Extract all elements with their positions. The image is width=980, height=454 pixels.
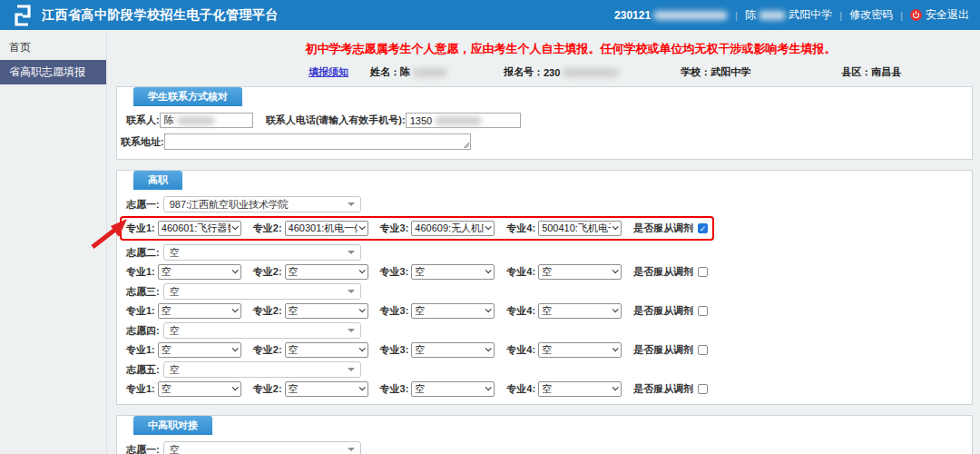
chevron-down-icon	[612, 267, 619, 273]
chevron-down-icon	[612, 223, 619, 230]
v2-major4-select[interactable]: 空	[538, 264, 622, 280]
v4-major4-select[interactable]: 空	[538, 342, 622, 358]
chevron-down-icon	[348, 251, 355, 254]
v4-major3-select[interactable]: 空	[411, 342, 495, 358]
chevron-down-icon	[485, 267, 492, 273]
v5-major1-select[interactable]: 空	[158, 381, 241, 397]
chevron-down-icon	[358, 306, 365, 312]
obey-adjust-label: 是否服从调剂	[633, 304, 693, 318]
redacted-user-name	[759, 11, 786, 20]
chevron-down-icon	[358, 223, 365, 230]
v5-major4-select[interactable]: 空	[538, 381, 622, 397]
contact-person-label: 联系人:	[126, 114, 160, 127]
school-name: 学校：武阳中学	[681, 65, 750, 79]
registration-number: 报名号：230	[504, 65, 619, 79]
gaozhi-section: 高职 志愿一: 987:江西航空职业技术学院 专业1:460601:飞行器数字化…	[116, 170, 973, 405]
chevron-down-icon	[358, 345, 365, 351]
volunteer2-label: 志愿二:	[126, 246, 160, 260]
filling-guide-link[interactable]: 填报须知	[309, 65, 348, 79]
volunteer2-college-select[interactable]: 空	[163, 244, 361, 261]
platform-logo-icon	[11, 4, 34, 27]
contact-phone-input[interactable]: 1350	[406, 113, 521, 128]
v3-major4-select[interactable]: 空	[538, 303, 622, 319]
v1-major4-select[interactable]: 500410:飞机电子设备维	[538, 221, 622, 236]
v5-major3-select[interactable]: 空	[411, 381, 495, 397]
v5-major2-select[interactable]: 空	[285, 381, 368, 397]
obey-adjust-label: 是否服从调剂	[633, 265, 693, 279]
logout-button[interactable]: 安全退出	[910, 7, 969, 23]
chevron-down-icon	[612, 345, 619, 351]
annotation-arrow	[89, 215, 131, 252]
chevron-down-icon	[231, 267, 238, 273]
district-name: 县区：南昌县	[841, 65, 901, 79]
sidebar-item-home[interactable]: 首页	[0, 35, 106, 60]
v1-major2-select[interactable]: 460301:机电一体化技术	[285, 221, 368, 236]
notice-text: 初中学考志愿属考生个人意愿，应由考生个人自主填报。任何学校或单位均无权干涉或影响…	[107, 37, 980, 63]
student-name: 姓名：陈	[370, 65, 447, 79]
volunteer1-label: 志愿一:	[126, 198, 160, 212]
chevron-down-icon	[485, 345, 492, 351]
v3-major3-select[interactable]: 空	[411, 303, 495, 319]
volunteer1-college-select[interactable]: 987:江西航空职业技术学院	[163, 196, 361, 212]
chevron-down-icon	[358, 267, 365, 273]
chevron-down-icon	[348, 202, 355, 206]
obey-adjust-label: 是否服从调剂	[633, 343, 693, 357]
resize-handle[interactable]	[463, 142, 469, 148]
contact-person-input[interactable]: 陈	[160, 113, 253, 128]
redacted-phone	[435, 116, 482, 125]
v2-major1-select[interactable]: 空	[158, 264, 241, 280]
highlighted-majors-box: 专业1:460601:飞行器数字化制 专业2:460301:机电一体化技术 专业…	[120, 216, 714, 241]
zhonggaozhi-section-tab: 中高职对接	[133, 416, 212, 435]
volunteer3-label: 志愿三:	[126, 285, 160, 299]
contact-phone-label: 联系人电话(请输入有效手机号):	[266, 114, 406, 127]
contact-section-tab: 学生联系方式核对	[133, 87, 242, 106]
v2-major3-select[interactable]: 空	[411, 264, 495, 280]
change-password-link[interactable]: 修改密码	[849, 7, 893, 23]
gaozhi-section-tab: 高职	[133, 171, 182, 190]
chevron-down-icon	[485, 223, 492, 230]
v2-obey-checkbox[interactable]	[698, 267, 708, 277]
chevron-down-icon	[348, 368, 355, 371]
v3-obey-checkbox[interactable]	[698, 306, 708, 316]
volunteer5-label: 志愿五:	[126, 363, 160, 377]
user-name-school: 陈 武阳中学	[745, 7, 832, 23]
chevron-down-icon	[485, 384, 492, 390]
app-header: 江西省高中阶段学校招生电子化管理平台 230121 | 陈 武阳中学 | 修改密…	[0, 0, 980, 30]
redacted-user-code	[653, 11, 728, 20]
v3-major1-select[interactable]: 空	[158, 303, 241, 319]
v2-major2-select[interactable]: 空	[285, 264, 368, 280]
info-bar: 填报须知 姓名：陈 报名号：230 学校：武阳中学 县区：南昌县	[107, 63, 980, 86]
chevron-down-icon	[612, 306, 619, 312]
power-icon	[910, 9, 922, 21]
volunteer4-college-select[interactable]: 空	[163, 322, 361, 339]
obey-adjust-label: 是否服从调剂	[633, 222, 693, 235]
volunteer4-label: 志愿四:	[126, 324, 160, 338]
chevron-down-icon	[348, 290, 355, 293]
chevron-down-icon	[612, 384, 619, 390]
contact-address-textarea[interactable]	[164, 133, 471, 150]
zg-volunteer1-label: 志愿一:	[126, 443, 160, 454]
volunteer3-college-select[interactable]: 空	[163, 283, 361, 300]
chevron-down-icon	[231, 345, 238, 351]
v3-major2-select[interactable]: 空	[285, 303, 368, 319]
chevron-down-icon	[348, 448, 355, 451]
chevron-down-icon	[358, 384, 365, 390]
main-content: 初中学考志愿属考生个人意愿，应由考生个人自主填报。任何学校或单位均无权干涉或影响…	[107, 30, 980, 454]
v1-obey-checkbox[interactable]	[698, 223, 708, 233]
volunteer5-college-select[interactable]: 空	[163, 361, 361, 378]
v4-obey-checkbox[interactable]	[698, 345, 708, 355]
chevron-down-icon	[231, 384, 238, 390]
v1-major3-select[interactable]: 460609:无人机应用技术	[411, 221, 495, 236]
sidebar-item-volunteer-fill[interactable]: 省高职志愿填报	[0, 60, 106, 84]
v1-major1-select[interactable]: 460601:飞行器数字化制	[158, 221, 241, 236]
v5-obey-checkbox[interactable]	[698, 384, 708, 394]
chevron-down-icon	[348, 329, 355, 332]
chevron-down-icon	[485, 306, 492, 312]
redacted-regno	[563, 68, 619, 77]
zg-volunteer1-college-select[interactable]: 空	[163, 441, 361, 454]
zhonggaozhi-section: 中高职对接 志愿一: 空 专业1:空 专业2:空 专业3:空 专业4:空 是否服…	[116, 415, 973, 454]
v4-major1-select[interactable]: 空	[158, 342, 241, 358]
chevron-down-icon	[231, 223, 238, 230]
app-title: 江西省高中阶段学校招生电子化管理平台	[42, 7, 279, 24]
v4-major2-select[interactable]: 空	[285, 342, 368, 358]
